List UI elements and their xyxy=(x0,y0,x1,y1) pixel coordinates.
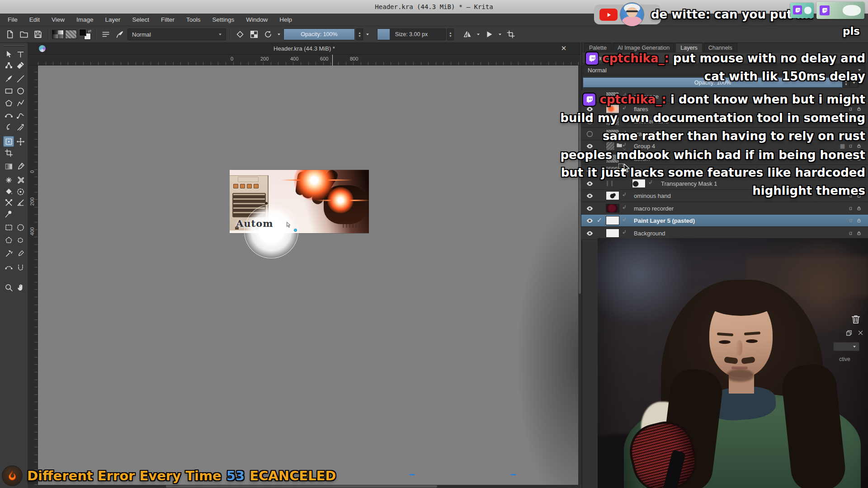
document-tab[interactable]: Header.kra (44.3 MiB) * xyxy=(28,45,580,52)
edit-shapes-tool-icon[interactable] xyxy=(3,60,14,70)
line-tool-icon[interactable] xyxy=(15,73,26,84)
measure-tool-icon[interactable] xyxy=(15,197,26,208)
polygon-tool-icon[interactable] xyxy=(3,98,14,108)
menu-file[interactable]: File xyxy=(2,14,24,26)
chat-text: cat with lik 150ms delay xyxy=(704,70,865,83)
transform-tool-icon[interactable] xyxy=(3,136,14,147)
docker-mini-select[interactable] xyxy=(833,342,859,351)
transform-handle-dot[interactable] xyxy=(294,229,297,232)
error-ticker: Different Error Every Time53ECANCELED xyxy=(3,465,336,486)
layer-name: ominous hand xyxy=(634,192,671,199)
youtube-icon xyxy=(599,9,618,21)
eye-icon[interactable] xyxy=(585,204,594,213)
brush-size-stepper[interactable]: ▲▼ xyxy=(447,28,454,40)
pattern-chooser-button[interactable] xyxy=(65,30,77,39)
pan-tool-icon[interactable] xyxy=(15,282,26,293)
colorize-mask-tool-icon[interactable] xyxy=(3,174,14,185)
move-tool-icon[interactable] xyxy=(15,136,26,147)
polyline-tool-icon[interactable] xyxy=(15,98,26,108)
menu-select[interactable]: Select xyxy=(126,14,155,26)
zoom-tool-icon[interactable] xyxy=(3,282,14,293)
gradient-chooser-button[interactable] xyxy=(52,30,64,39)
eraser-mode-icon[interactable] xyxy=(234,28,246,41)
preserve-alpha-icon[interactable] xyxy=(248,28,260,41)
menu-filter[interactable]: Filter xyxy=(155,14,180,26)
rectangle-tool-icon[interactable] xyxy=(3,85,14,96)
menu-layer[interactable]: Layer xyxy=(99,14,127,26)
select-freehand-tool-icon[interactable] xyxy=(15,235,26,245)
menu-window[interactable]: Window xyxy=(240,14,274,26)
brush-size-slider[interactable]: Size: 3.00 px xyxy=(377,28,446,40)
toolbox-drag-handle[interactable] xyxy=(4,45,24,47)
blend-mode-select[interactable]: Normal xyxy=(127,28,226,40)
crop-tool-icon[interactable] xyxy=(3,147,14,158)
reference-images-tool-icon[interactable] xyxy=(3,208,14,219)
assistant-marker[interactable] xyxy=(409,474,415,475)
mouse-cursor xyxy=(622,163,632,173)
swap-colors-icon[interactable]: ⇄ xyxy=(88,29,91,33)
select-bezier-tool-icon[interactable] xyxy=(3,262,14,272)
float-docker-icon[interactable] xyxy=(845,329,853,337)
new-document-icon[interactable] xyxy=(4,28,16,41)
freehand-path-tool-icon[interactable] xyxy=(15,109,26,120)
eye-icon[interactable] xyxy=(585,229,594,238)
multibrush-tool-icon[interactable] xyxy=(15,122,26,132)
stream-screen: Header.kra (44.3 MiB) * — Krita FileEdit… xyxy=(0,0,868,488)
assistants-tool-icon[interactable] xyxy=(3,197,14,208)
save-icon[interactable] xyxy=(32,28,44,41)
close-docker-icon[interactable] xyxy=(857,329,864,336)
color-sampler-tool-icon[interactable] xyxy=(15,161,26,172)
ellipse-tool-icon[interactable] xyxy=(15,85,26,96)
chevron-down-icon[interactable] xyxy=(475,32,481,37)
delete-layer-icon[interactable] xyxy=(850,314,862,325)
select-rectangular-tool-icon[interactable] xyxy=(3,222,14,233)
menu-help[interactable]: Help xyxy=(274,14,298,26)
text-tool-icon[interactable] xyxy=(15,49,26,60)
fg-bg-colors[interactable]: ⇄ xyxy=(78,28,92,40)
opacity-slider[interactable]: Opacity: 100% xyxy=(283,28,355,40)
opacity-stepper[interactable]: ▲▼ xyxy=(356,28,363,40)
eye-icon[interactable] xyxy=(585,130,594,138)
chevron-down-icon[interactable] xyxy=(364,32,371,37)
open-document-icon[interactable] xyxy=(18,28,30,41)
menu-edit[interactable]: Edit xyxy=(24,14,46,26)
menu-tools[interactable]: Tools xyxy=(180,14,207,26)
close-document-icon[interactable]: ✕ xyxy=(560,44,568,52)
mirror-horizontal-icon[interactable] xyxy=(461,28,474,41)
eye-icon[interactable] xyxy=(585,192,594,200)
freehand-brush-tool-icon[interactable] xyxy=(3,73,14,84)
reload-preset-icon[interactable] xyxy=(262,28,274,41)
bezier-curve-tool-icon[interactable] xyxy=(3,109,14,120)
layer-row[interactable]: ✓Paint Layer 5 (pasted)α xyxy=(581,215,868,227)
select-elliptical-tool-icon[interactable] xyxy=(15,222,26,233)
calligraphy-tool-icon[interactable] xyxy=(15,60,26,70)
enclose-fill-tool-icon[interactable] xyxy=(15,186,26,197)
gradient-tool-icon[interactable] xyxy=(3,161,14,172)
smart-patch-tool-icon[interactable] xyxy=(15,174,26,185)
ruler-ticks xyxy=(34,66,38,485)
dynamic-brush-tool-icon[interactable] xyxy=(3,122,14,132)
layer-row[interactable]: macro recorderα xyxy=(581,202,868,215)
select-polygonal-tool-icon[interactable] xyxy=(3,235,14,245)
pasted-decoration-icon xyxy=(621,192,627,198)
select-similar-tool-icon[interactable] xyxy=(15,248,26,259)
chevron-down-icon[interactable] xyxy=(497,32,503,37)
wrap-around-icon[interactable] xyxy=(505,28,517,41)
menu-image[interactable]: Image xyxy=(71,14,99,26)
brush-editor-icon[interactable] xyxy=(113,28,126,41)
layer-row[interactable]: Backgroundα xyxy=(581,227,868,239)
ticker-part: 53 xyxy=(226,468,245,483)
vertical-scrollbar[interactable] xyxy=(578,66,581,485)
menu-view[interactable]: View xyxy=(46,14,71,26)
brush-presets-icon[interactable] xyxy=(99,28,112,41)
opacity-value: Opacity: 100% xyxy=(301,31,337,38)
mirror-vertical-icon[interactable] xyxy=(483,28,495,41)
select-shapes-tool-icon[interactable] xyxy=(3,49,14,60)
menu-settings[interactable]: Settings xyxy=(206,14,240,26)
select-contiguous-tool-icon[interactable] xyxy=(3,248,14,259)
eye-icon[interactable] xyxy=(585,216,594,225)
chevron-down-icon[interactable] xyxy=(276,32,282,37)
select-magnetic-tool-icon[interactable] xyxy=(15,262,26,272)
fill-tool-icon[interactable] xyxy=(3,186,14,197)
chat-text: but it just lacks some features like har… xyxy=(561,166,865,179)
